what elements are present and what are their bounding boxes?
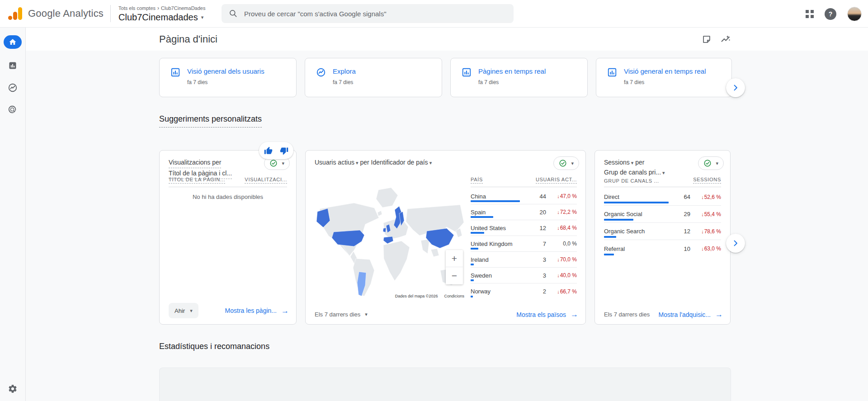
column-header: PAÍS <box>471 177 483 184</box>
row-delta: ↓72,2 % <box>546 209 577 215</box>
suggestions-next-button[interactable] <box>726 234 745 253</box>
bar-chart-icon <box>607 67 617 77</box>
avatar[interactable] <box>847 7 862 21</box>
insights-heading: Estadístiques i recomanacions <box>159 342 269 351</box>
quick-links-next-button[interactable] <box>726 78 745 97</box>
quick-card-realtime-pages[interactable]: Pàgines en temps real fa 7 dies <box>450 58 588 97</box>
arrow-right-icon: → <box>571 311 578 318</box>
map-attribution: Dades del mapa ©2026 Condicions <box>393 293 466 299</box>
row-bar <box>604 219 633 221</box>
metric-selector[interactable]: Sessions ▾ <box>604 159 633 166</box>
quick-card-timeframe: fa 7 dies <box>478 79 546 85</box>
main-content: Visió general dels usuaris fa 7 dies Exp… <box>26 51 868 401</box>
table-row: Organic Search12↓78,6 % <box>604 223 721 240</box>
quick-links-row: Visió general dels usuaris fa 7 dies Exp… <box>159 58 731 97</box>
bar-chart-icon <box>462 67 472 77</box>
property-name: Club7Cinemadades <box>118 12 198 23</box>
card-status-dropdown[interactable]: ▾ <box>553 156 579 170</box>
view-pages-link[interactable]: Mostra les pàgin... → <box>225 307 289 315</box>
apps-grid-icon[interactable] <box>806 10 814 18</box>
search-icon <box>229 9 238 18</box>
quick-card-explore[interactable]: Explora fa 7 dies <box>305 58 442 97</box>
row-value: 12 <box>531 225 546 231</box>
date-range-chip[interactable]: Ahir ▾ <box>169 303 198 318</box>
top-header: Google Analytics Tots els comptes › Club… <box>0 0 868 28</box>
help-icon[interactable]: ? <box>825 8 836 20</box>
sessions-table: Direct64↓52,6 %Organic Social29↓55,4 %Or… <box>604 189 721 257</box>
row-value: 29 <box>675 211 690 217</box>
check-circle-icon <box>269 159 278 167</box>
card-title: Usuaris actius ▾ per Identificador de pa… <box>315 157 432 167</box>
row-value: 3 <box>531 256 546 263</box>
quick-card-realtime-overview[interactable]: Visió general en temps real fa 7 dies <box>596 58 732 97</box>
table-row: Norway2↓66,7 % <box>471 283 577 299</box>
sidebar-item-settings[interactable] <box>0 384 25 394</box>
table-row: Spain20↓72,2 % <box>471 204 577 220</box>
column-header: USUARIS ACT... <box>536 177 577 184</box>
row-bar <box>604 236 616 238</box>
suggestions-feedback-pill <box>259 142 293 159</box>
table-header: GRUP DE CANALS ... SESSIONS <box>604 177 721 187</box>
card-title: Visualitzacions per Títol de la pàgina i… <box>169 157 232 179</box>
arrow-down-icon: ↓ <box>701 246 704 251</box>
row-label: Organic Search <box>604 228 675 235</box>
row-label: Sweden <box>471 272 531 279</box>
thumb-down-icon[interactable] <box>280 146 289 155</box>
arrow-down-icon: ↓ <box>557 209 560 215</box>
arrow-down-icon: ↓ <box>557 257 560 262</box>
row-delta: ↓70,0 % <box>546 256 577 263</box>
property-selector[interactable]: Club7Cinemadades ▾ <box>118 12 205 23</box>
row-delta: ↓55,4 % <box>690 211 721 217</box>
arrow-down-icon: ↓ <box>557 193 560 199</box>
dimension-selector[interactable]: Identificador de país ▾ <box>371 159 432 166</box>
date-range-dropdown[interactable]: Els 7 darrers dies ▾ <box>315 311 368 318</box>
quick-card-users-overview[interactable]: Visió general dels usuaris fa 7 dies <box>159 58 297 97</box>
sidebar-item-advertising[interactable] <box>7 104 18 115</box>
dimension-selector[interactable]: Grup de canals pri... ▾ <box>604 169 665 176</box>
row-label: Direct <box>604 193 675 200</box>
row-delta: ↓40,0 % <box>546 272 577 278</box>
row-label: United States <box>471 225 531 231</box>
row-bar <box>471 200 520 202</box>
world-map[interactable]: + − Dades del mapa ©2026 Condicions <box>311 182 466 300</box>
search-input[interactable] <box>244 10 506 18</box>
countries-table: China44↓47,0 %Spain20↓72,2 %United State… <box>471 189 577 299</box>
chevron-right-icon <box>731 239 740 248</box>
page-title-bar: Pàgina d'inici <box>26 28 868 51</box>
zoom-in-button[interactable]: + <box>446 250 463 267</box>
metric-selector[interactable]: Usuaris actius ▾ <box>315 159 359 166</box>
card-pageviews: Visualitzacions per Títol de la pàgina i… <box>159 150 297 325</box>
card-status-dropdown[interactable]: ▾ <box>698 156 724 170</box>
view-acquisition-link[interactable]: Mostra l'adquisic... → <box>659 311 723 318</box>
home-icon <box>9 38 17 46</box>
map-terms-link[interactable]: Condicions <box>444 294 464 298</box>
column-header: SESSIONS <box>693 177 721 184</box>
google-analytics-app: Google Analytics Tots els comptes › Club… <box>0 0 868 401</box>
row-delta: ↓78,6 % <box>690 228 721 235</box>
row-value: 12 <box>675 228 690 235</box>
breadcrumb-all-accounts[interactable]: Tots els comptes <box>118 5 156 11</box>
column-header: TÍTOL DE LA PÀGIN... <box>169 177 225 184</box>
explore-icon <box>316 67 326 77</box>
sidebar-item-explore[interactable] <box>7 82 18 93</box>
zoom-out-button[interactable]: − <box>446 267 463 284</box>
row-delta: ↓63,0 % <box>690 245 721 252</box>
row-label: Norway <box>471 288 531 295</box>
note-icon[interactable] <box>701 34 712 45</box>
caret-down-icon: ▾ <box>201 15 204 20</box>
view-countries-link[interactable]: Mostra els països → <box>516 311 578 318</box>
quick-card-label: Visió general dels usuaris <box>187 67 264 75</box>
sidebar-item-home[interactable] <box>4 35 22 49</box>
insights-icon[interactable] <box>720 34 731 45</box>
caret-down-icon: ▾ <box>630 160 634 165</box>
sidebar-item-reports[interactable] <box>7 60 18 71</box>
table-row: China44↓47,0 % <box>471 189 577 204</box>
arrow-down-icon: ↓ <box>557 289 560 294</box>
thumb-up-icon[interactable] <box>264 146 273 155</box>
row-bar <box>471 232 484 234</box>
map-data-copyright: Dades del mapa ©2026 <box>395 294 438 298</box>
table-header: TÍTOL DE LA PÀGIN... VISUALITZACI... <box>169 177 287 187</box>
header-divider <box>110 5 111 22</box>
breadcrumb-account[interactable]: Club7CinemaDades <box>161 5 205 11</box>
brand-name: Google Analytics <box>28 8 104 19</box>
